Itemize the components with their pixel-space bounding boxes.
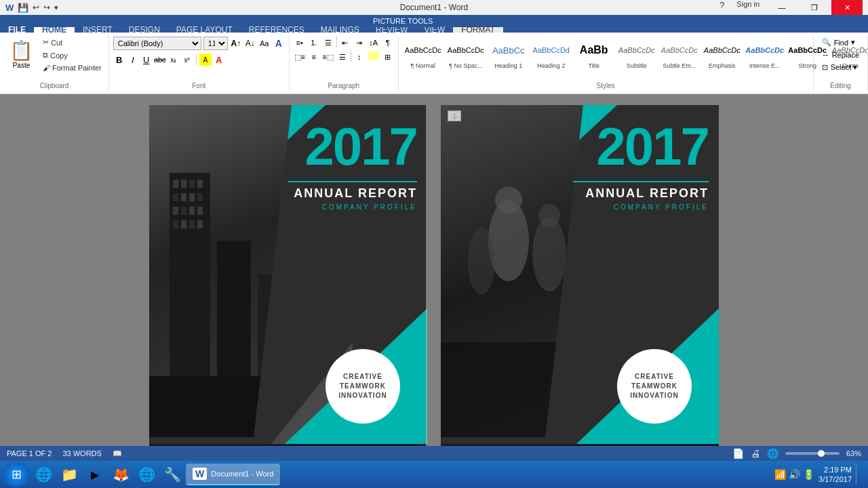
- page2-anchor-icon: ⚓: [448, 110, 461, 121]
- quick-access-save[interactable]: 💾: [18, 3, 28, 13]
- taskbar-mediaplayer-icon[interactable]: ▶: [83, 462, 107, 487]
- align-center-button[interactable]: ≡: [308, 51, 320, 63]
- svg-rect-6: [181, 193, 186, 201]
- font-color-button[interactable]: A: [213, 54, 225, 66]
- quick-access-more[interactable]: ▾: [54, 3, 58, 12]
- svg-point-22: [532, 217, 566, 291]
- taskbar-word-app[interactable]: W Document1 - Word: [186, 464, 280, 485]
- tab-review[interactable]: REVIEW: [368, 27, 416, 33]
- align-left-button[interactable]: ⬚≡: [294, 51, 306, 63]
- text-highlight-button[interactable]: A: [199, 54, 212, 66]
- underline-button[interactable]: U: [140, 54, 153, 66]
- borders-button[interactable]: ⊞: [382, 51, 394, 63]
- zoom-level[interactable]: 63%: [846, 449, 861, 458]
- tab-references[interactable]: REFERENCES: [241, 27, 313, 33]
- replace-button[interactable]: ↔ Replace: [818, 49, 863, 60]
- style-normal[interactable]: AaBbCcDc ¶ Normal: [403, 37, 443, 70]
- tab-insert[interactable]: INSERT: [75, 27, 121, 33]
- taskbar-app5-icon[interactable]: 🔧: [160, 462, 184, 487]
- select-button[interactable]: ⊡ Select ▾: [818, 62, 862, 73]
- select-icon: ⊡: [822, 63, 828, 72]
- copy-button[interactable]: ⧉ Copy: [40, 49, 104, 61]
- style-emphasis[interactable]: AaBbCcDc Emphasis: [702, 37, 743, 70]
- style-subtle-em[interactable]: AaBbCcDc Subtle Em...: [659, 37, 700, 70]
- align-right-button[interactable]: ≡⬚: [322, 51, 334, 63]
- shading-button[interactable]: [368, 51, 380, 60]
- taskbar-ie-icon[interactable]: 🌐: [31, 462, 56, 487]
- battery-icon[interactable]: 🔋: [803, 469, 814, 480]
- font-family-select[interactable]: Calibri (Body): [113, 37, 201, 50]
- help-icon[interactable]: ?: [714, 0, 730, 15]
- format-painter-button[interactable]: 🖌 Format Painter: [40, 62, 104, 73]
- tab-design[interactable]: DESIGN: [121, 27, 168, 33]
- page1-footer: COMPANY NAME Lorem ipsum dolor sit amet,…: [149, 444, 427, 446]
- style-subtitle[interactable]: AaBbCcDc Subtitle: [616, 37, 657, 70]
- tab-file[interactable]: FILE: [0, 27, 34, 33]
- quick-access-undo[interactable]: ↩: [33, 3, 39, 12]
- zoom-thumb[interactable]: [818, 450, 825, 457]
- start-button[interactable]: ⊞: [3, 462, 30, 487]
- superscript-button[interactable]: x²: [181, 54, 193, 66]
- tab-mailings[interactable]: MAILINGS: [313, 27, 368, 33]
- sign-in-btn[interactable]: Sign in: [731, 0, 765, 15]
- paste-button[interactable]: 📋 Paste: [4, 37, 39, 72]
- network-icon[interactable]: 📶: [774, 469, 786, 480]
- close-button[interactable]: ✕: [831, 0, 863, 15]
- font-grow-button[interactable]: A↑: [230, 37, 242, 49]
- document-page-1[interactable]: 2017 ANNUAL REPORT COMPANY PROFILE CREAT…: [149, 105, 427, 446]
- minimize-button[interactable]: —: [766, 0, 797, 15]
- font-size-select[interactable]: 11: [203, 37, 228, 50]
- svg-rect-7: [189, 193, 195, 201]
- bold-button[interactable]: B: [113, 54, 125, 66]
- style-title[interactable]: AaBb Title: [574, 37, 614, 70]
- taskbar-chrome-icon[interactable]: 🌐: [134, 462, 159, 487]
- page-info: PAGE 1 OF 2: [7, 449, 52, 458]
- taskbar-explorer-icon[interactable]: 📁: [57, 462, 81, 487]
- zoom-slider[interactable]: [785, 452, 840, 455]
- show-hide-button[interactable]: ¶: [382, 37, 394, 49]
- taskbar-firefox-icon[interactable]: 🦊: [108, 462, 133, 487]
- show-desktop-button[interactable]: [856, 464, 860, 485]
- bullets-button[interactable]: ≡•: [294, 37, 306, 49]
- tab-page-layout[interactable]: PAGE LAYOUT: [168, 27, 241, 33]
- tab-home[interactable]: HOME: [34, 27, 75, 33]
- style-heading2[interactable]: AaBbCcDd Heading 2: [531, 37, 572, 70]
- tab-view[interactable]: VIEW: [416, 27, 453, 33]
- page2-annual: ANNUAL REPORT: [585, 186, 709, 201]
- editing-group: 🔍 Find ▾ ↔ Replace ⊡ Select ▾ Editing: [814, 35, 868, 91]
- page1-scrollbar[interactable]: [426, 105, 427, 446]
- paste-label: Paste: [13, 62, 31, 69]
- view-web-icon[interactable]: 🌐: [767, 448, 778, 459]
- restore-button[interactable]: ❐: [799, 0, 830, 15]
- view-print-icon[interactable]: 🖨: [751, 448, 760, 459]
- document-page-2[interactable]: ⚓ 2017 ANNUAL REPORT COMPANY PROFILE CRE…: [441, 105, 719, 446]
- style-h2-preview: AaBbCcDd: [534, 38, 569, 62]
- numbering-button[interactable]: 1.: [308, 37, 320, 49]
- datetime-display[interactable]: 2:19 PM 3/17/2017: [818, 465, 852, 485]
- clipboard-label: Clipboard: [4, 81, 104, 89]
- view-read-icon[interactable]: 📄: [732, 448, 744, 459]
- style-title-preview: AaBb: [576, 38, 612, 62]
- italic-button[interactable]: I: [127, 54, 139, 66]
- quick-access-redo[interactable]: ↪: [43, 3, 50, 12]
- strikethrough-button[interactable]: abc: [154, 54, 166, 66]
- style-intense-em[interactable]: AaBbCcDc Intense E...: [745, 37, 785, 70]
- tab-format[interactable]: FORMAT: [453, 27, 503, 33]
- style-subtle-em-preview: AaBbCcDc: [662, 38, 697, 62]
- style-no-space[interactable]: AaBbCcDc ¶ No Spac...: [446, 37, 486, 70]
- cut-button[interactable]: ✂ Cut: [40, 37, 104, 48]
- font-shrink-button[interactable]: A↓: [244, 37, 256, 49]
- line-spacing-button[interactable]: ↕: [353, 51, 366, 63]
- increase-indent-button[interactable]: ⇥: [353, 37, 366, 49]
- clear-format-button[interactable]: Aa: [258, 37, 271, 49]
- multilevel-button[interactable]: ☰: [322, 37, 334, 49]
- style-heading1[interactable]: AaBbCc Heading 1: [488, 37, 529, 70]
- subscript-button[interactable]: x₂: [167, 54, 180, 66]
- proofing-icon[interactable]: 📖: [113, 449, 122, 458]
- text-effects-button[interactable]: A: [273, 37, 285, 49]
- decrease-indent-button[interactable]: ⇤: [339, 37, 351, 49]
- find-button[interactable]: 🔍 Find ▾: [818, 37, 859, 48]
- justify-button[interactable]: ☰: [336, 51, 349, 63]
- volume-icon[interactable]: 🔊: [789, 469, 800, 480]
- sort-button[interactable]: ↕A: [368, 37, 380, 49]
